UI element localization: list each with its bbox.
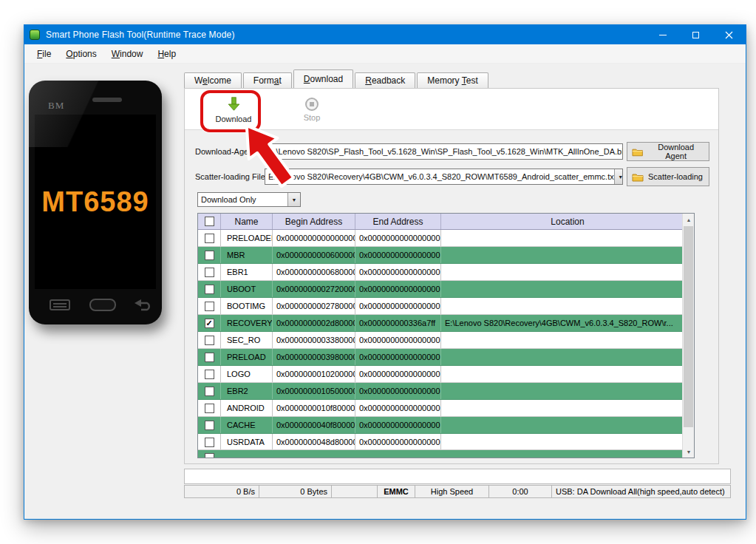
- row-checkbox[interactable]: [205, 336, 214, 345]
- menubar: FileOptionsWindowHelp: [24, 44, 746, 64]
- table-scrollbar[interactable]: ▲ ▼: [682, 214, 694, 458]
- row-checkbox[interactable]: [205, 387, 214, 396]
- cell-end: 0x0000000000000000: [355, 383, 441, 399]
- status-speed-mode: High Speed: [415, 486, 489, 497]
- table-row-android[interactable]: ANDROID0x0000000010f800000x0000000000000…: [198, 400, 694, 417]
- status-bytes: 0 Bytes: [259, 486, 332, 497]
- table-body: PRELOADER0x00000000000000000x00000000000…: [198, 230, 694, 451]
- scatter-file-combo[interactable]: E:\Lenovo S820\Recovery\4GB\CWM_v6.0.3.4…: [265, 169, 623, 185]
- column-header-location[interactable]: Location: [441, 214, 694, 229]
- close-button[interactable]: [712, 25, 746, 44]
- chipset-label: MT6589: [41, 186, 149, 218]
- table-row-usrdata[interactable]: USRDATA0x0000000048d800000x0000000000000…: [198, 434, 694, 451]
- table-row-recovery[interactable]: ✓RECOVERY0x0000000002d800000x00000000033…: [198, 315, 694, 332]
- row-checkbox[interactable]: [205, 234, 214, 243]
- cell-name: RECOVERY: [221, 315, 273, 331]
- menu-options[interactable]: Options: [58, 46, 103, 62]
- tab-memory-test[interactable]: Memory Test: [417, 72, 488, 88]
- tab-welcome[interactable]: Welcome: [184, 72, 242, 88]
- phone-gloss: [29, 81, 162, 147]
- download-mode-select[interactable]: Download Only ▼: [197, 192, 301, 207]
- titlebar: Smart Phone Flash Tool(Runtime Trace Mod…: [24, 25, 746, 44]
- cell-name: UBOOT: [221, 281, 273, 297]
- select-all-header: [198, 214, 221, 229]
- table-row-logo[interactable]: LOGO0x00000000102000000x0000000000000000: [198, 366, 694, 383]
- cell-end: 0x0000000000000000: [355, 298, 441, 314]
- statusbar: 0 B/s0 BytesEMMCHigh Speed0:00USB: DA Do…: [184, 485, 731, 498]
- tab-download[interactable]: Download: [293, 69, 353, 88]
- row-checkbox[interactable]: [205, 421, 214, 430]
- row-checkbox[interactable]: [205, 285, 214, 294]
- cell-end: 0x0000000000000000: [355, 264, 441, 280]
- menu-help[interactable]: Help: [150, 46, 183, 62]
- row-checkbox[interactable]: [205, 370, 214, 379]
- checkbox-cell: [198, 247, 221, 263]
- cell-name: EBR1: [221, 264, 273, 280]
- cell-location: [441, 383, 694, 399]
- scroll-up-icon[interactable]: ▲: [683, 214, 695, 225]
- cell-begin: 0x0000000010500000: [273, 383, 355, 399]
- checkbox-cell: [198, 434, 221, 450]
- scatter-browse-label: Scatter-loading: [648, 172, 703, 181]
- row-checkbox[interactable]: [205, 302, 214, 311]
- table-row-preload[interactable]: PRELOAD0x00000000039800000x0000000000000…: [198, 349, 694, 366]
- column-header-end-address[interactable]: End Address: [355, 214, 441, 229]
- desktop: Smart Phone Flash Tool(Runtime Trace Mod…: [0, 0, 756, 544]
- table-row-cache[interactable]: CACHE0x0000000040f800000x000000000000000…: [198, 417, 694, 434]
- app-icon: [30, 30, 40, 40]
- maximize-icon: [692, 32, 699, 38]
- chevron-down-icon[interactable]: ▼: [287, 193, 300, 206]
- row-checkbox[interactable]: [205, 453, 214, 458]
- stop-button[interactable]: Stop: [288, 92, 336, 127]
- cell-begin: 0x0000000002d80000: [273, 315, 355, 331]
- row-checkbox[interactable]: [205, 404, 214, 413]
- scrollbar-thumb[interactable]: [684, 226, 693, 427]
- download-agent-browse-button[interactable]: Download Agent: [627, 142, 709, 161]
- tab-readback[interactable]: Readback: [355, 72, 415, 88]
- table-row-preloader[interactable]: PRELOADER0x00000000000000000x00000000000…: [198, 230, 694, 247]
- select-all-checkbox[interactable]: [205, 217, 214, 226]
- cell-begin: 0x0000000000000000: [273, 230, 355, 246]
- column-header-name[interactable]: Name: [221, 214, 273, 229]
- row-checkbox[interactable]: ✓: [205, 319, 214, 328]
- menu-window[interactable]: Window: [104, 46, 151, 62]
- checkbox-cell: [198, 383, 221, 399]
- cell-begin: 0x0000000003980000: [273, 349, 355, 365]
- row-checkbox[interactable]: [205, 251, 214, 260]
- row-checkbox[interactable]: [205, 438, 214, 447]
- cell-end: 0x0000000000000000: [355, 366, 441, 382]
- checkbox-cell: [198, 264, 221, 280]
- cell-end: 0x0000000000000000: [355, 349, 441, 365]
- cell-location: [441, 298, 694, 314]
- status-spare: [332, 486, 378, 497]
- scatter-browse-button[interactable]: Scatter-loading: [627, 167, 709, 186]
- cell-begin: 0x0000000002780000: [273, 298, 355, 314]
- cell-end: 0x000000000336a7ff: [355, 315, 441, 331]
- minimize-button[interactable]: [646, 25, 679, 44]
- maximize-button[interactable]: [679, 25, 712, 44]
- row-checkbox[interactable]: [205, 353, 214, 362]
- column-header-begin-address[interactable]: Begin Address: [273, 214, 355, 229]
- download-agent-value: E:\Lenovo S820\SP_Flash_Tool_v5.1628_Win…: [265, 147, 623, 156]
- cell-name: EBR2: [221, 383, 273, 399]
- tab-format[interactable]: Format: [243, 72, 292, 88]
- cell-begin: 0x0000000000600000: [273, 247, 355, 263]
- chevron-down-icon[interactable]: ▼: [614, 169, 623, 184]
- cell-name: PRELOAD: [221, 349, 273, 365]
- download-agent-input[interactable]: E:\Lenovo S820\SP_Flash_Tool_v5.1628_Win…: [265, 143, 623, 160]
- scatter-file-value: E:\Lenovo S820\Recovery\4GB\CWM_v6.0.3.4…: [265, 172, 614, 181]
- cell-end: 0x0000000000000000: [355, 247, 441, 263]
- table-row-ebr1[interactable]: EBR10x00000000006800000x0000000000000000: [198, 264, 694, 281]
- cell-begin: 0x0000000010200000: [273, 366, 355, 382]
- table-row-ebr2[interactable]: EBR20x00000000105000000x0000000000000000: [198, 383, 694, 400]
- table-row-uboot[interactable]: UBOOT0x00000000027200000x000000000000000…: [198, 281, 694, 298]
- table-row-sec_ro[interactable]: SEC_RO0x00000000033800000x00000000000000…: [198, 332, 694, 349]
- row-checkbox[interactable]: [205, 268, 214, 277]
- phone-back-icon: [134, 299, 153, 311]
- table-row-bootimg[interactable]: BOOTIMG0x00000000027800000x0000000000000…: [198, 298, 694, 315]
- menu-file[interactable]: File: [30, 46, 58, 62]
- scroll-down-icon[interactable]: ▼: [683, 446, 695, 458]
- table-row-mbr[interactable]: MBR0x00000000006000000x0000000000000000: [198, 247, 694, 264]
- cell-location: [441, 230, 694, 246]
- cell-end: 0x0000000000000000: [355, 434, 441, 450]
